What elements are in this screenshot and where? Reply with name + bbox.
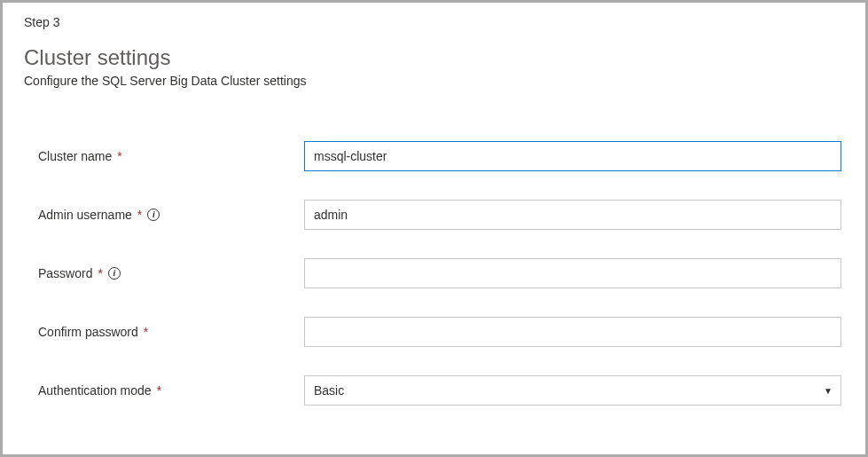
label-wrap-auth-mode: Authentication mode * [38, 383, 304, 398]
cluster-name-input[interactable] [304, 141, 841, 171]
cluster-settings-panel: Step 3 Cluster settings Configure the SQ… [3, 3, 865, 455]
step-label: Step 3 [24, 15, 844, 29]
info-icon[interactable]: i [147, 209, 160, 221]
required-asterisk: * [137, 208, 142, 222]
page-title: Cluster settings [24, 45, 844, 70]
page-subtitle: Configure the SQL Server Big Data Cluste… [24, 74, 844, 88]
label-auth-mode: Authentication mode [38, 383, 152, 398]
required-asterisk: * [117, 149, 121, 163]
required-asterisk: * [144, 325, 148, 339]
required-asterisk: * [157, 383, 161, 398]
auth-mode-select[interactable]: Basic [304, 375, 841, 406]
label-password: Password [38, 266, 92, 280]
row-auth-mode: Authentication mode * Basic ▼ [24, 375, 844, 406]
label-wrap-admin-username: Admin username * i [38, 208, 304, 222]
password-input[interactable] [304, 258, 841, 288]
label-wrap-password: Password * i [38, 266, 304, 280]
label-wrap-cluster-name: Cluster name * [38, 149, 304, 163]
label-confirm-password: Confirm password [38, 325, 138, 339]
row-cluster-name: Cluster name * [24, 141, 844, 171]
row-admin-username: Admin username * i [24, 200, 844, 230]
label-cluster-name: Cluster name [38, 149, 112, 163]
required-asterisk: * [98, 266, 102, 280]
auth-mode-select-wrap: Basic ▼ [304, 375, 841, 406]
confirm-password-input[interactable] [304, 317, 841, 347]
info-icon[interactable]: i [108, 267, 121, 280]
row-password: Password * i [24, 258, 844, 288]
admin-username-input[interactable] [304, 200, 841, 230]
label-admin-username: Admin username [38, 208, 132, 222]
label-wrap-confirm-password: Confirm password * [38, 325, 304, 339]
row-confirm-password: Confirm password * [24, 317, 844, 347]
